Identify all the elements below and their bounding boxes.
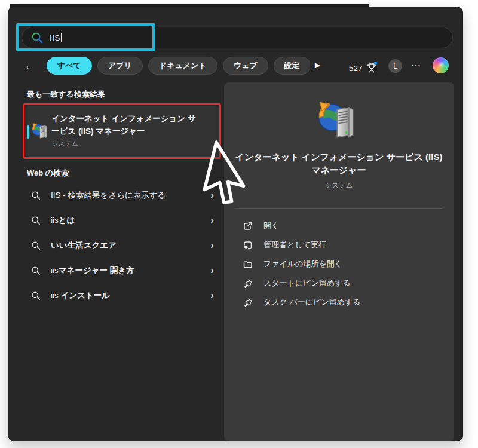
magnifier-icon [31,191,41,200]
action-label: 開く [263,220,279,231]
magnifier-icon [31,266,41,275]
preview-app-title: インターネット インフォメーション サービス (IIS) マネージャー [231,151,446,177]
chevron-right-icon[interactable]: › [210,191,214,200]
magnifier-icon [31,216,41,225]
pin-icon [243,297,253,308]
suggestion-completion: インストール [61,291,111,300]
suggestion-text: iis [51,291,61,300]
search-icon [31,32,44,44]
tab-all[interactable]: すべて [47,57,92,75]
web-suggestion-row[interactable]: iisマネージャー 開き方 › [23,261,222,280]
pin-icon [243,278,253,289]
action-open[interactable]: 開く [235,217,439,235]
action-label: ファイルの場所を開く [263,259,342,269]
run-as-admin-icon [243,240,253,250]
suggestion-text: iis [51,216,59,225]
action-open-file-location[interactable]: ファイルの場所を開く [235,255,439,273]
tab-apps[interactable]: アプリ [97,57,143,75]
copilot-icon[interactable] [433,57,449,73]
suggestion-text: IIS - 検索結果をさらに表示する [51,191,166,200]
magnifier-icon [31,291,41,300]
back-button[interactable]: ← [24,59,35,72]
action-label: スタートにピン留めする [263,278,351,289]
web-suggestion-row[interactable]: iisとは › [23,211,222,230]
suggestion-completion: マネージャー 開き方 [59,266,134,275]
iis-app-icon-large [316,100,356,140]
folder-icon [243,259,253,269]
notification-dot [373,62,376,65]
iis-app-icon [31,122,48,139]
selection-accent-bar [27,125,29,139]
best-match-result[interactable]: インターネット インフォメーション サービス (IIS) マネージャー システム [25,106,219,157]
web-suggestion-row[interactable]: いい生活スクエア › [23,236,222,255]
suggestion-completion: とは [59,216,75,225]
search-input[interactable]: IIS [22,27,453,48]
chevron-right-icon[interactable]: › [210,241,214,250]
action-label: 管理者として実行 [263,240,326,250]
text-cursor [61,33,62,42]
web-suggestion-row[interactable]: IIS - 検索結果をさらに表示する › [23,186,222,205]
account-avatar[interactable]: L [388,59,402,73]
windows-search-flyout-screenshot: IIS ← すべて アプリ ドキュメント ウェブ 設定 フォルダー ▶ 527 … [0,0,478,448]
chevron-right-icon[interactable]: › [210,216,214,225]
best-match-subtitle: システム [51,139,201,148]
more-tabs-button[interactable]: ▶ [315,61,320,69]
more-options-button[interactable]: ⋯ [411,60,421,71]
filter-tabs: すべて アプリ ドキュメント ウェブ 設定 フォルダー [47,57,310,75]
best-match-title: インターネット インフォメーション サービス (IIS) マネージャー [51,112,196,137]
best-match-section-title: 最も一致する検索結果 [27,89,105,100]
chevron-right-icon[interactable]: › [210,291,214,300]
action-run-as-admin[interactable]: 管理者として実行 [235,236,439,254]
preview-app-subtitle: システム [231,181,446,190]
rewards-points: 527 [349,64,363,73]
web-search-section-title: Web の検索 [27,168,69,179]
search-query-text[interactable]: IIS [50,33,60,42]
rewards-trophy-icon [366,61,378,75]
chevron-right-icon[interactable]: › [210,266,214,275]
magnifier-icon [31,241,41,250]
tab-web[interactable]: ウェブ [223,57,268,75]
divider [235,208,442,209]
open-icon [243,221,253,231]
action-label: タスク バーにピン留めする [263,297,361,308]
web-suggestion-row[interactable]: iis インストール › [23,286,222,305]
action-pin-to-taskbar[interactable]: タスク バーにピン留めする [235,293,439,311]
action-pin-to-start[interactable]: スタートにピン留めする [235,274,439,292]
tab-settings[interactable]: 設定 [274,57,310,75]
rewards-badge[interactable]: 527 [349,61,378,75]
suggestion-completion: いい生活スクエア [51,241,117,250]
suggestion-text: iis [51,266,59,275]
tab-documents[interactable]: ドキュメント [148,57,217,75]
